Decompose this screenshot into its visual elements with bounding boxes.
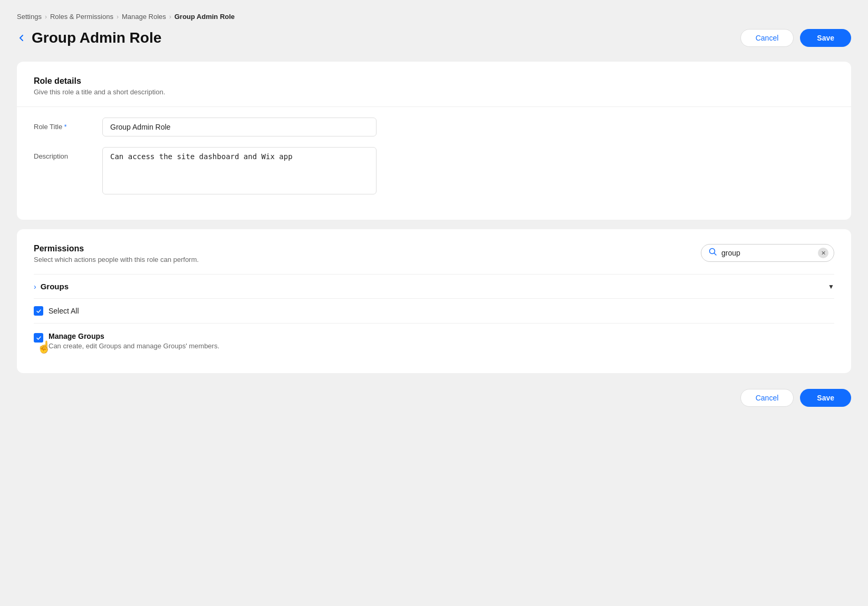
permissions-title-block: Permissions Select which actions people …	[34, 244, 199, 263]
description-label: Description	[34, 147, 92, 160]
search-input[interactable]	[721, 249, 814, 257]
select-all-checkbox[interactable]	[34, 306, 43, 316]
manage-groups-desc: Can create, edit Groups and manage Group…	[49, 342, 219, 350]
description-input[interactable]: Can access the site dashboard and Wix ap…	[102, 147, 377, 194]
permissions-header: Permissions Select which actions people …	[34, 244, 834, 263]
breadcrumb-manage[interactable]: Manage Roles	[122, 13, 166, 21]
footer-cancel-button[interactable]: Cancel	[740, 389, 794, 407]
role-details-card: Role details Give this role a title and …	[17, 62, 851, 220]
manage-groups-checkbox[interactable]	[34, 333, 43, 343]
role-title-label: Role Title *	[34, 118, 92, 131]
permissions-subtitle: Select which actions people with this ro…	[34, 256, 199, 263]
required-star: *	[64, 123, 67, 131]
breadcrumb-sep-1: ›	[45, 13, 47, 21]
search-icon	[709, 248, 717, 258]
breadcrumb-settings[interactable]: Settings	[17, 13, 42, 21]
breadcrumb-sep-2: ›	[117, 13, 119, 21]
role-title-input[interactable]	[102, 118, 377, 136]
page-title: Group Admin Role	[32, 30, 161, 46]
groups-label: Groups	[41, 282, 69, 291]
groups-row[interactable]: › Groups ▼	[34, 275, 834, 299]
role-details-subtitle: Give this role a title and a short descr…	[34, 88, 834, 96]
header-actions: Cancel Save	[740, 29, 851, 47]
back-button[interactable]	[17, 33, 26, 43]
permissions-title: Permissions	[34, 244, 199, 253]
role-title-row: Role Title *	[34, 118, 834, 136]
select-all-label: Select All	[49, 307, 79, 315]
groups-left: › Groups	[34, 282, 69, 291]
breadcrumb-current: Group Admin Role	[175, 13, 235, 21]
breadcrumb-sep-3: ›	[169, 13, 171, 21]
permissions-card: Permissions Select which actions people …	[17, 229, 851, 373]
chevron-down-icon: ▼	[828, 283, 834, 290]
breadcrumb: Settings › Roles & Permissions › Manage …	[17, 13, 851, 21]
search-clear-button[interactable]: ✕	[818, 248, 828, 258]
header-left: Group Admin Role	[17, 30, 161, 46]
svg-line-1	[715, 253, 717, 256]
bottom-actions: Cancel Save	[17, 383, 851, 407]
description-row: Description Can access the site dashboar…	[34, 147, 834, 194]
footer-save-button[interactable]: Save	[800, 389, 851, 407]
header-cancel-button[interactable]: Cancel	[740, 29, 794, 47]
groups-section: › Groups ▼ Select All Manage Groups	[34, 274, 834, 358]
role-details-title: Role details	[34, 76, 834, 86]
select-all-row[interactable]: Select All	[34, 299, 834, 324]
manage-groups-row: Manage Groups Can create, edit Groups an…	[34, 324, 834, 358]
search-box: ✕	[701, 244, 834, 262]
chevron-right-icon: ›	[34, 282, 36, 291]
manage-groups-text: Manage Groups Can create, edit Groups an…	[49, 332, 219, 350]
manage-groups-title: Manage Groups	[49, 332, 219, 340]
divider-1	[17, 106, 851, 107]
page-header: Group Admin Role Cancel Save	[17, 29, 851, 47]
breadcrumb-roles[interactable]: Roles & Permissions	[50, 13, 113, 21]
header-save-button[interactable]: Save	[800, 29, 851, 47]
